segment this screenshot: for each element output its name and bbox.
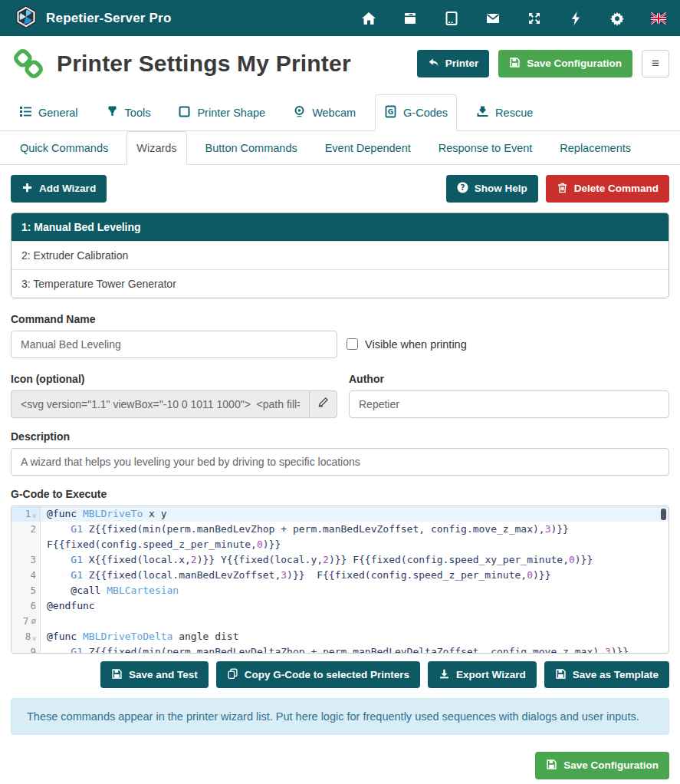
tab-rescue[interactable]: Rescue bbox=[468, 95, 541, 130]
save-configuration-button-top[interactable]: Save Configuration bbox=[498, 50, 632, 77]
tab-webcam[interactable]: Webcam bbox=[284, 95, 364, 130]
subtab-quick-commands[interactable]: Quick Commands bbox=[11, 132, 117, 164]
save-as-template-button[interactable]: Save as Template bbox=[544, 661, 669, 689]
move-arrows-icon[interactable] bbox=[526, 10, 542, 26]
author-label: Author bbox=[349, 373, 669, 385]
copy-gcode-button[interactable]: Copy G-Code to selected Printers bbox=[216, 661, 420, 689]
save-configuration-button-bottom[interactable]: Save Configuration bbox=[535, 752, 669, 779]
delete-command-button[interactable]: Delete Command bbox=[546, 175, 669, 203]
printer-icon[interactable] bbox=[402, 10, 418, 26]
home-icon[interactable] bbox=[360, 10, 376, 26]
save-icon bbox=[509, 57, 521, 71]
brand-title: Repetier-Server Pro bbox=[46, 11, 171, 26]
menu-button[interactable]: ≡ bbox=[642, 50, 669, 77]
code-text: @func MBLDriveToDelta angle dist bbox=[41, 629, 669, 644]
line-number-gutter: 9 bbox=[11, 644, 41, 654]
info-message: These commands appear in the printer wiz… bbox=[11, 698, 669, 735]
wizard-item-extruder-calibration[interactable]: 2: Extruder Calibration bbox=[11, 241, 669, 269]
code-line[interactable]: 3 G1 X{{fixed(local.x,2)}} Y{{fixed(loca… bbox=[11, 552, 669, 568]
printer-back-button[interactable]: Printer bbox=[417, 50, 490, 77]
visible-when-printing-option[interactable]: Visible when printing bbox=[347, 331, 467, 358]
gear-icon[interactable] bbox=[609, 10, 625, 26]
navbar-icons bbox=[360, 10, 666, 26]
square-icon bbox=[178, 105, 191, 120]
trash-icon bbox=[557, 182, 568, 196]
line-number-gutter: 2 bbox=[11, 522, 41, 537]
gcode-subtabs: Quick Commands Wizards Button Commands E… bbox=[0, 131, 680, 165]
brand[interactable]: Repetier-Server Pro bbox=[14, 5, 171, 32]
editor-scrollbar-thumb[interactable] bbox=[661, 509, 666, 520]
icon-svg-input[interactable] bbox=[11, 390, 309, 418]
svg-text:G: G bbox=[388, 108, 393, 116]
save-icon bbox=[111, 668, 123, 682]
description-input[interactable] bbox=[11, 448, 669, 476]
subtab-response-to-event[interactable]: Response to Event bbox=[429, 132, 542, 164]
download-icon bbox=[439, 668, 450, 682]
code-text: @endfunc bbox=[41, 598, 669, 614]
top-navbar: Repetier-Server Pro bbox=[0, 0, 680, 36]
author-input[interactable] bbox=[349, 390, 669, 418]
bolt-icon[interactable] bbox=[567, 10, 583, 26]
wizard-item-manual-bed-leveling[interactable]: 1: Manual Bed Leveling bbox=[11, 213, 669, 241]
tab-tools[interactable]: Tools bbox=[97, 95, 159, 130]
code-line[interactable]: 1v@func MBLDriveTo x y bbox=[11, 506, 669, 522]
page-title: Printer Settings My Printer bbox=[57, 51, 351, 77]
webcam-icon bbox=[293, 105, 306, 120]
tab-printer-shape[interactable]: Printer Shape bbox=[169, 95, 274, 130]
code-line[interactable]: 4 G1 Z{{fixed(local.manBedLevZoffset,3)}… bbox=[11, 568, 669, 583]
line-number-gutter: 4 bbox=[11, 568, 41, 583]
save-and-test-button[interactable]: Save and Test bbox=[100, 661, 209, 689]
add-wizard-button[interactable]: Add Wizard bbox=[11, 175, 107, 203]
settings-tabs: General Tools Printer Shape Webcam G G-C… bbox=[0, 94, 680, 131]
mail-icon[interactable] bbox=[485, 10, 501, 26]
subtab-event-dependent[interactable]: Event Dependent bbox=[316, 132, 420, 164]
plus-icon bbox=[21, 182, 33, 196]
code-line[interactable]: F{{fixed(config.speed_z_per_minute,0)}} bbox=[11, 537, 669, 552]
line-number-gutter: 5 bbox=[11, 583, 41, 598]
code-text: @func MBLDriveTo x y bbox=[41, 506, 669, 522]
save-icon bbox=[555, 668, 567, 682]
edit-icon-button[interactable] bbox=[309, 390, 337, 418]
chain-link-icon bbox=[11, 46, 46, 81]
code-line[interactable]: 7ø bbox=[11, 614, 669, 629]
code-text: G1 X{{fixed(local.x,2)}} Y{{fixed(local.… bbox=[41, 552, 669, 568]
gcode-editor[interactable]: 1v@func MBLDriveTo x y2 G1 Z{{fixed(min(… bbox=[11, 506, 669, 654]
copy-icon bbox=[227, 668, 238, 682]
tab-general[interactable]: General bbox=[11, 95, 87, 130]
svg-text:?: ? bbox=[460, 183, 465, 192]
subtab-wizards[interactable]: Wizards bbox=[126, 131, 186, 165]
language-flag-icon[interactable] bbox=[650, 10, 666, 26]
pencil-icon bbox=[317, 397, 329, 411]
code-text: G1 Z{{fixed(min(perm.manBedLevZhop + per… bbox=[41, 522, 669, 537]
wizard-actions: Save and Test Copy G-Code to selected Pr… bbox=[11, 661, 669, 689]
wizard-toolbar: Add Wizard ? Show Help Delete Command bbox=[11, 175, 669, 203]
save-icon bbox=[546, 759, 557, 772]
code-line[interactable]: 6@endfunc bbox=[11, 598, 669, 614]
code-line[interactable]: 9 G1 Z{{fixed(min(perm.manBedLevDeltaZho… bbox=[11, 644, 669, 654]
code-text: G1 Z{{fixed(min(perm.manBedLevDeltaZhop … bbox=[41, 644, 669, 654]
tab-g-codes[interactable]: G G-Codes bbox=[375, 94, 457, 131]
question-circle-icon: ? bbox=[457, 182, 468, 196]
back-arrow-icon bbox=[428, 57, 439, 71]
repetier-logo-icon bbox=[14, 5, 38, 32]
tablet-icon[interactable] bbox=[443, 10, 459, 26]
line-number-gutter: 6 bbox=[11, 598, 41, 614]
code-line[interactable]: 5 @call MBLCartesian bbox=[11, 583, 669, 598]
code-line[interactable]: 2 G1 Z{{fixed(min(perm.manBedLevZhop + p… bbox=[11, 522, 669, 537]
show-help-button[interactable]: ? Show Help bbox=[446, 175, 538, 203]
visible-when-printing-checkbox[interactable] bbox=[347, 338, 358, 350]
wizard-item-temperature-tower[interactable]: 3: Temperature Tower Generator bbox=[11, 269, 669, 298]
export-wizard-button[interactable]: Export Wizard bbox=[428, 661, 537, 689]
gcode-to-execute-label: G-Code to Execute bbox=[11, 488, 669, 500]
command-name-input[interactable] bbox=[11, 331, 337, 358]
visible-when-printing-label: Visible when printing bbox=[365, 338, 467, 351]
subtab-replacements[interactable]: Replacements bbox=[550, 132, 640, 164]
rescue-icon bbox=[476, 105, 489, 120]
wizard-list: 1: Manual Bed Leveling 2: Extruder Calib… bbox=[11, 212, 669, 298]
subtab-button-commands[interactable]: Button Commands bbox=[196, 132, 307, 164]
list-icon bbox=[19, 105, 32, 120]
code-line[interactable]: 8v@func MBLDriveToDelta angle dist bbox=[11, 629, 669, 644]
icon-optional-label: Icon (optional) bbox=[11, 373, 337, 385]
code-text: F{{fixed(config.speed_z_per_minute,0)}} bbox=[41, 537, 669, 552]
extruder-icon bbox=[106, 105, 119, 120]
